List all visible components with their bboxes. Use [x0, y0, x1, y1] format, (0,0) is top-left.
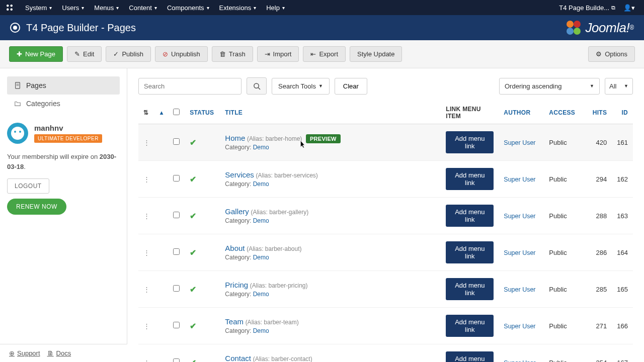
- page-title-link[interactable]: Contact: [225, 354, 251, 362]
- export-button[interactable]: ⇤ Export: [303, 46, 346, 62]
- row-checkbox[interactable]: [173, 248, 180, 255]
- page-title-link[interactable]: Gallery: [225, 207, 249, 216]
- col-author[interactable]: AUTHOR: [499, 102, 544, 124]
- menu-menus[interactable]: Menus▾: [89, 0, 124, 15]
- menu-users[interactable]: Users▾: [57, 0, 89, 15]
- search-input[interactable]: [138, 78, 242, 95]
- options-button[interactable]: ⚙ Options: [588, 46, 635, 62]
- drag-handle[interactable]: ⋮: [138, 161, 155, 198]
- row-checkbox[interactable]: [173, 212, 180, 218]
- drag-handle[interactable]: ⋮: [138, 344, 155, 363]
- col-status[interactable]: STATUS: [185, 102, 220, 124]
- status-published-icon[interactable]: ✔: [190, 212, 196, 220]
- sidebar-pages-label: Pages: [26, 81, 46, 89]
- user-menu[interactable]: 👤 ▾: [619, 4, 639, 12]
- status-published-icon[interactable]: ✔: [190, 285, 196, 294]
- new-page-button[interactable]: ✚ New Page: [9, 46, 63, 62]
- author-link[interactable]: Super User: [504, 323, 535, 330]
- add-menu-link-button[interactable]: Add menu link: [446, 131, 494, 153]
- sidebar-item-categories[interactable]: Categories: [7, 95, 120, 113]
- support-link[interactable]: ⊕Support: [9, 349, 40, 357]
- category-link[interactable]: Demo: [253, 291, 269, 298]
- col-id[interactable]: ID: [612, 102, 633, 124]
- style-update-label: Style Update: [357, 50, 394, 58]
- col-hits[interactable]: HITS: [587, 102, 612, 124]
- category-link[interactable]: Demo: [253, 144, 269, 151]
- drag-handle[interactable]: ⋮: [138, 198, 155, 234]
- page-title-link[interactable]: Services: [225, 170, 254, 179]
- renew-button[interactable]: RENEW NOW: [7, 199, 66, 215]
- import-button[interactable]: ⇥ Import: [257, 46, 299, 62]
- id-text: 162: [612, 161, 633, 198]
- edit-button[interactable]: ✎ Edit: [67, 46, 102, 62]
- col-title[interactable]: TITLE: [220, 102, 441, 124]
- caret-down-icon: ▾: [82, 5, 84, 11]
- category-link[interactable]: Demo: [253, 180, 269, 188]
- row-checkbox[interactable]: [173, 285, 180, 292]
- logout-button[interactable]: LOGOUT: [7, 178, 49, 194]
- category-link[interactable]: Demo: [253, 254, 269, 261]
- page-builder-link[interactable]: T4 Page Builde... ⧉: [555, 4, 619, 12]
- select-all-checkbox[interactable]: [173, 109, 180, 115]
- docs-link[interactable]: 🗎Docs: [47, 349, 71, 357]
- add-menu-link-button[interactable]: Add menu link: [446, 205, 494, 227]
- drag-handle[interactable]: ⋮: [138, 234, 155, 271]
- sort-handle-icon[interactable]: ⇅: [143, 109, 148, 116]
- author-link[interactable]: Super User: [504, 359, 535, 363]
- row-checkbox[interactable]: [173, 138, 180, 145]
- menu-system[interactable]: System▾: [20, 0, 57, 15]
- add-menu-link-button[interactable]: Add menu link: [446, 315, 494, 337]
- status-published-icon[interactable]: ✔: [190, 138, 196, 147]
- row-checkbox[interactable]: [173, 175, 180, 182]
- status-published-icon[interactable]: ✔: [190, 175, 196, 184]
- page-title-link[interactable]: Team: [225, 317, 244, 326]
- add-menu-link-button[interactable]: Add menu link: [446, 168, 494, 190]
- alias-text: (Alias: barber-contact): [253, 355, 312, 362]
- id-text: 165: [612, 271, 633, 308]
- menu-help[interactable]: Help▾: [261, 0, 290, 15]
- author-link[interactable]: Super User: [504, 249, 535, 256]
- author-link[interactable]: Super User: [504, 176, 535, 183]
- trash-button[interactable]: 🗑 Trash: [212, 46, 253, 62]
- category-link[interactable]: Demo: [253, 217, 269, 224]
- status-published-icon[interactable]: ✔: [190, 322, 196, 330]
- status-published-icon[interactable]: ✔: [190, 358, 196, 363]
- category-link[interactable]: Demo: [253, 327, 269, 334]
- alias-text: (Alias: barber-pricing): [250, 282, 308, 289]
- row-checkbox[interactable]: [173, 322, 180, 328]
- title-cell: Contact (Alias: barber-contact)Category:…: [220, 344, 441, 363]
- menu-content[interactable]: Content▾: [124, 0, 162, 15]
- preview-badge[interactable]: PREVIEW: [306, 134, 341, 143]
- style-update-button[interactable]: Style Update: [350, 46, 402, 62]
- col-access[interactable]: ACCESS: [544, 102, 587, 124]
- drag-handle[interactable]: ⋮: [138, 124, 155, 161]
- developer-badge: ULTIMATE DEVELOPER: [34, 134, 102, 143]
- page-title-link[interactable]: Pricing: [225, 281, 248, 289]
- limit-select[interactable]: All▼: [605, 78, 633, 95]
- page-title-link[interactable]: Home: [225, 134, 245, 142]
- status-published-icon[interactable]: ✔: [190, 248, 196, 257]
- unpublish-button[interactable]: ⊘ Unpublish: [155, 46, 208, 62]
- row-checkbox[interactable]: [173, 358, 180, 362]
- menu-extensions[interactable]: Extensions▾: [214, 0, 262, 15]
- page-title-link[interactable]: About: [225, 244, 245, 252]
- add-menu-link-button[interactable]: Add menu link: [446, 241, 494, 263]
- sort-arrow-icon[interactable]: ▴: [160, 109, 163, 116]
- author-link[interactable]: Super User: [504, 286, 535, 293]
- drag-handle[interactable]: ⋮: [138, 308, 155, 344]
- ordering-select[interactable]: Ordering ascending▼: [499, 78, 600, 95]
- author-link[interactable]: Super User: [504, 139, 535, 146]
- search-tools-button[interactable]: Search Tools▼: [272, 78, 330, 95]
- menu-components[interactable]: Components▾: [162, 0, 214, 15]
- add-menu-link-button[interactable]: Add menu link: [446, 351, 494, 362]
- title-cell: Services (Alias: barber-services)Categor…: [220, 161, 441, 198]
- author-link[interactable]: Super User: [504, 213, 535, 220]
- clear-button[interactable]: Clear: [335, 78, 367, 95]
- sidebar-item-pages[interactable]: Pages: [7, 76, 120, 95]
- publish-button[interactable]: ✓ Publish: [106, 46, 151, 62]
- hits-text: 354: [587, 344, 612, 363]
- import-icon: ⇥: [265, 50, 270, 58]
- drag-handle[interactable]: ⋮: [138, 271, 155, 308]
- add-menu-link-button[interactable]: Add menu link: [446, 278, 494, 300]
- search-button[interactable]: [247, 77, 267, 95]
